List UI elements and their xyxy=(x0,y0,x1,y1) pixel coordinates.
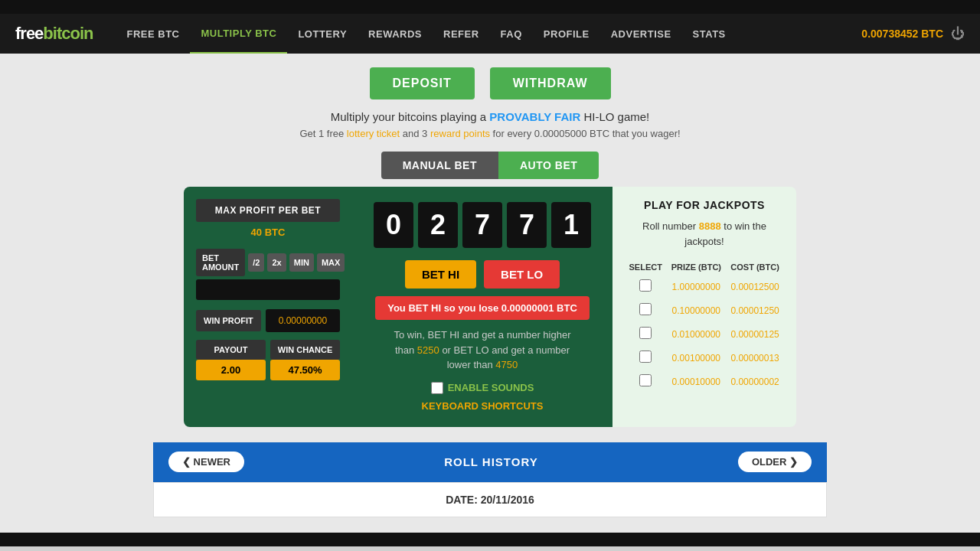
instruction-line4: lower than xyxy=(447,359,496,370)
enable-sounds-checkbox[interactable] xyxy=(431,382,443,394)
col-cost: COST (BTC) xyxy=(726,259,784,275)
prize-val-4: 0.00010000 xyxy=(666,370,726,393)
digit-3: 7 xyxy=(507,202,547,248)
deposit-button[interactable]: DEPOSIT xyxy=(370,67,475,99)
win-chance-label: WIN CHANCE xyxy=(270,340,340,360)
center-panel: 0 2 7 7 1 BET HI BET LO You BET HI so yo… xyxy=(352,187,612,427)
nav-lottery[interactable]: LOTTERY xyxy=(287,14,358,54)
cost-val-4: 0.00000002 xyxy=(726,370,784,393)
col-select: SELECT xyxy=(625,259,666,275)
max-profit-value: 40 BTC xyxy=(196,227,340,238)
jackpot-checkbox-cell-4[interactable] xyxy=(625,370,666,393)
jackpot-checkbox-cell-0[interactable] xyxy=(625,275,666,298)
roll-history-section: ❮ NEWER ROLL HISTORY OLDER ❯ DATE: 20/11… xyxy=(153,442,827,517)
jackpot-title: PLAY FOR JACKPOTS xyxy=(625,199,784,211)
jackpot-checkbox-1[interactable] xyxy=(639,303,652,315)
jackpot-checkbox-3[interactable] xyxy=(639,350,652,363)
win-profit-label: WIN PROFIT xyxy=(196,310,261,331)
bet-hi-button[interactable]: BET HI xyxy=(405,260,476,289)
jackpot-checkbox-4[interactable] xyxy=(639,374,652,386)
navbar: freebitcoin FREE BTC MULTIPLY BTC LOTTER… xyxy=(0,14,980,54)
sub-middle: and 3 xyxy=(400,128,430,139)
instruction-line3: or BET LO and get a number xyxy=(439,344,570,356)
nav-multiply-btc[interactable]: MULTIPLY BTC xyxy=(190,14,287,54)
tagline-prefix: Multiply your bitcoins playing a xyxy=(331,110,490,123)
main-content: DEPOSIT WITHDRAW Multiply your bitcoins … xyxy=(0,54,980,533)
right-panel: PLAY FOR JACKPOTS Roll number 8888 to wi… xyxy=(612,187,796,427)
tagline-suffix: HI-LO game! xyxy=(580,110,649,123)
digit-2: 7 xyxy=(462,202,502,248)
cost-val-1: 0.00001250 xyxy=(726,298,784,322)
cost-val-2: 0.00000125 xyxy=(726,322,784,346)
jackpot-table: SELECT PRIZE (BTC) COST (BTC) 1.00000000… xyxy=(625,259,784,393)
jackpot-checkbox-cell-1[interactable] xyxy=(625,298,666,322)
lo-num: 4750 xyxy=(495,359,518,370)
tabs-row: MANUAL BET AUTO BET xyxy=(0,152,980,179)
nav-stats[interactable]: STATS xyxy=(682,14,737,54)
sub-prefix: Get 1 free xyxy=(299,128,346,139)
nav-faq[interactable]: FAQ xyxy=(490,14,533,54)
jackpot-row-4: 0.00010000 0.00000002 xyxy=(625,370,784,393)
digit-1: 2 xyxy=(418,202,458,248)
action-buttons: DEPOSIT WITHDRAW xyxy=(0,54,980,110)
older-button[interactable]: OLDER ❯ xyxy=(738,452,812,472)
nav-refer[interactable]: REFER xyxy=(433,14,490,54)
jackpot-checkbox-2[interactable] xyxy=(639,327,652,339)
bottom-bar xyxy=(0,533,980,546)
enable-sounds-label: ENABLE SOUNDS xyxy=(448,382,534,393)
power-icon[interactable]: ⏻ xyxy=(951,26,965,42)
hi-num: 5250 xyxy=(417,344,439,356)
cost-val-0: 0.00012500 xyxy=(726,275,784,298)
half-button[interactable]: /2 xyxy=(248,253,264,272)
bet-input[interactable]: 0.00000000 xyxy=(196,279,340,300)
bet-amount-label: BET AMOUNT xyxy=(196,249,245,276)
date-bar: DATE: 20/11/2016 xyxy=(153,482,827,517)
left-panel: MAX PROFIT PER BET 40 BTC BET AMOUNT /2 … xyxy=(184,187,352,427)
payout-value: 2.00 xyxy=(196,360,266,380)
instruction-line1: To win, BET HI and get a number higher xyxy=(394,329,571,341)
instructions: To win, BET HI and get a number higher t… xyxy=(394,328,571,373)
min-button[interactable]: MIN xyxy=(289,253,314,272)
prize-val-1: 0.10000000 xyxy=(666,298,726,322)
provably-fair-text: PROVABLY FAIR xyxy=(489,110,580,123)
keyboard-shortcuts-link[interactable]: KEYBOARD SHORTCUTS xyxy=(422,400,544,412)
nav-free-btc[interactable]: FREE BTC xyxy=(116,14,190,54)
bet-buttons-row: BET HI BET LO xyxy=(405,260,560,289)
payout-chance-row: PAYOUT 2.00 WIN CHANCE 47.50% xyxy=(196,340,340,380)
jackpot-roll-desc: Roll number 8888 to win the jackpots! xyxy=(625,219,784,249)
jackpot-checkbox-cell-2[interactable] xyxy=(625,322,666,346)
double-button[interactable]: 2x xyxy=(267,253,286,272)
tagline: Multiply your bitcoins playing a PROVABL… xyxy=(0,110,980,123)
prize-val-3: 0.00100000 xyxy=(666,346,726,370)
cost-val-3: 0.00000013 xyxy=(726,346,784,370)
lottery-link[interactable]: lottery ticket xyxy=(347,128,400,139)
jackpot-row-1: 0.10000000 0.00001250 xyxy=(625,298,784,322)
nav-links: FREE BTC MULTIPLY BTC LOTTERY REWARDS RE… xyxy=(116,14,861,54)
jackpot-checkbox-0[interactable] xyxy=(639,279,652,292)
jackpot-checkbox-cell-3[interactable] xyxy=(625,346,666,370)
nav-right: 0.00738452 BTC ⏻ xyxy=(861,26,965,42)
nav-advertise[interactable]: ADVERTISE xyxy=(600,14,682,54)
tab-manual-bet[interactable]: MANUAL BET xyxy=(381,152,498,179)
win-profit-row: WIN PROFIT 0.00000000 xyxy=(196,309,340,332)
col-prize: PRIZE (BTC) xyxy=(666,259,726,275)
top-bar xyxy=(0,0,980,14)
logo: freebitcoin xyxy=(15,24,93,44)
jackpot-number: 8888 xyxy=(699,220,721,232)
bet-amount-row: BET AMOUNT /2 2x MIN MAX xyxy=(196,249,340,276)
newer-button[interactable]: ❮ NEWER xyxy=(168,452,244,472)
max-button[interactable]: MAX xyxy=(317,253,345,272)
prize-val-0: 1.00000000 xyxy=(666,275,726,298)
digit-0: 0 xyxy=(374,202,413,248)
digit-4: 1 xyxy=(551,202,591,248)
sub-suffix: for every 0.00005000 BTC that you wager! xyxy=(490,128,681,139)
reward-link[interactable]: reward points xyxy=(430,128,490,139)
roll-history-title: ROLL HISTORY xyxy=(244,455,738,468)
prize-val-2: 0.01000000 xyxy=(666,322,726,346)
nav-profile[interactable]: PROFILE xyxy=(533,14,600,54)
instruction-line2: than xyxy=(395,344,417,356)
nav-rewards[interactable]: REWARDS xyxy=(358,14,433,54)
tab-auto-bet[interactable]: AUTO BET xyxy=(498,152,599,179)
bet-lo-button[interactable]: BET LO xyxy=(484,260,560,289)
withdraw-button[interactable]: WITHDRAW xyxy=(490,67,611,99)
